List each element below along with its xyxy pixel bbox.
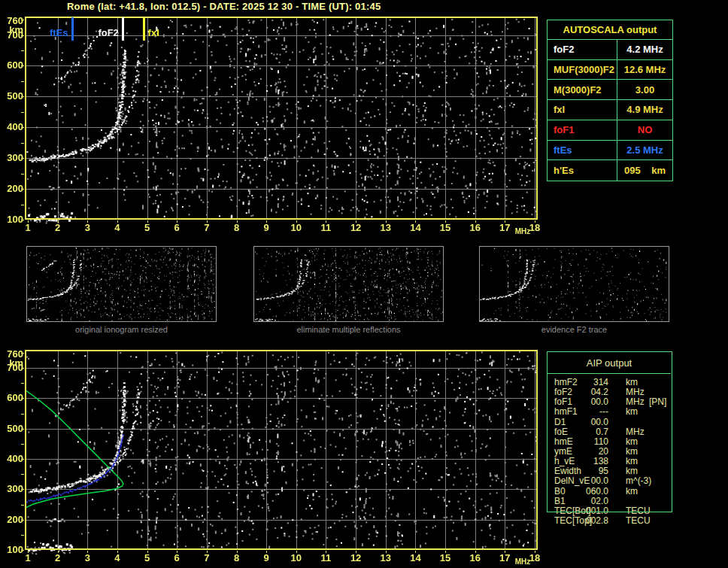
table-row: D100.0 — [554, 418, 669, 427]
y-tick-label: 500 — [2, 91, 23, 102]
y-tick-label: 700 — [2, 363, 23, 373]
x-tick-label: 15 — [435, 553, 455, 563]
thumbnail-caption: evidence F2 trace — [479, 325, 669, 334]
param-label: foF1 — [554, 397, 572, 407]
param-unit: MHz — [626, 427, 645, 437]
param-label: D1 — [554, 418, 566, 427]
y-tick-label: 500 — [2, 424, 23, 434]
param-label: ftEs — [548, 141, 617, 160]
y-tick-label: 400 — [2, 122, 23, 132]
param-label: ymE — [554, 447, 572, 457]
thumbnail-multiple-reflections-removed — [253, 246, 444, 322]
station-title: Rome (lat: +41.8, lon: 012.5) - DATE: 20… — [67, 1, 381, 12]
x-tick-label: 4 — [108, 223, 127, 233]
x-tick-label: 15 — [435, 223, 455, 233]
thumbnail-original-ionogram — [26, 246, 217, 322]
table-row: TEC[Top]002.8TECU — [554, 516, 669, 526]
x-tick-label: 16 — [466, 553, 485, 563]
x-axis-unit-label: MHz — [514, 557, 532, 567]
x-tick-label: 14 — [405, 553, 425, 563]
x-tick-label: 16 — [466, 223, 485, 233]
marker-fxI-label: fxI — [148, 27, 159, 38]
table-row: foF1 NO — [548, 120, 672, 141]
param-value: 095 km — [617, 160, 672, 181]
table-row: hmF1---km — [554, 407, 669, 417]
param-value: 12.6 MHz — [617, 60, 672, 80]
param-unit: TECU — [626, 516, 651, 526]
x-tick-label: 9 — [256, 223, 276, 233]
aip-table-header: AIP output — [548, 352, 671, 374]
table-row: B102.0 — [554, 497, 669, 506]
marker-foF2-line — [122, 17, 124, 41]
param-label: fxI — [548, 100, 617, 120]
thumbnail-f2-trace-evidence — [479, 246, 669, 322]
x-tick-label: 8 — [227, 223, 247, 233]
x-tick-label: 13 — [376, 223, 396, 233]
param-unit: km — [626, 457, 638, 466]
y-tick-label: 700 — [2, 30, 23, 41]
y-tick-label: 300 — [2, 484, 23, 494]
table-row: hmE110km — [554, 437, 669, 447]
param-value: 00.0 — [574, 397, 608, 407]
param-unit: km — [626, 487, 638, 497]
param-value: 04.2 — [574, 387, 608, 397]
param-value: --- — [574, 407, 608, 417]
x-tick-label: 9 — [256, 553, 276, 563]
table-row: TEC[Bot]001.0TECU — [554, 506, 669, 516]
x-tick-label: 3 — [77, 553, 97, 563]
param-value: NO — [617, 120, 672, 140]
param-unit: km — [626, 466, 638, 476]
thumbnail-caption: eliminate multiple reflections — [253, 325, 444, 334]
x-tick-label: 7 — [197, 223, 217, 233]
x-tick-label: 6 — [167, 553, 187, 563]
x-tick-label: 8 — [227, 553, 247, 563]
marker-foF2-label: foF2 — [93, 27, 119, 38]
param-value: 0.7 — [574, 427, 608, 437]
table-row: fxI 4.9 MHz — [548, 100, 672, 120]
param-value: 001.0 — [574, 506, 608, 516]
marker-ftEs-label: ftEs — [41, 27, 68, 38]
table-row: MUF(3000)F2 12.6 MHz — [548, 60, 672, 80]
x-tick-label: 3 — [77, 223, 97, 233]
param-value: 110 — [574, 437, 608, 447]
table-row: h'Es 095 km — [548, 160, 672, 181]
table-row: M(3000)F2 3.00 — [548, 80, 672, 100]
param-unit: MHz — [626, 397, 645, 407]
x-tick-label: 14 — [405, 223, 425, 233]
param-value: 00.0 — [574, 418, 608, 427]
param-value: 4.2 MHz — [617, 40, 672, 59]
param-value: 060.0 — [574, 487, 608, 497]
param-value: 2.5 MHz — [617, 141, 672, 160]
table-row: foE0.7MHz — [554, 427, 669, 437]
x-tick-label: 11 — [316, 553, 335, 563]
x-tick-label: 10 — [287, 223, 306, 233]
autoscala-screen: Rome (lat: +41.8, lon: 012.5) - DATE: 20… — [0, 0, 728, 568]
y-tick-label: 200 — [2, 184, 23, 194]
x-tick-label: 17 — [495, 223, 514, 233]
y-tick-label: 100 — [2, 214, 23, 225]
param-value: 3.00 — [617, 80, 672, 99]
x-tick-label: 10 — [287, 553, 306, 563]
x-tick-label: 6 — [167, 223, 187, 233]
x-tick-label: 5 — [138, 553, 157, 563]
param-unit: km — [626, 447, 638, 457]
param-label: M(3000)F2 — [548, 80, 617, 99]
x-tick-label: 12 — [346, 223, 366, 233]
x-tick-label: 2 — [48, 223, 68, 233]
x-tick-label: 4 — [108, 553, 127, 563]
y-tick-label: 300 — [2, 153, 23, 163]
param-value: 20 — [574, 447, 608, 457]
x-tick-label: 12 — [346, 553, 366, 563]
param-unit: MHz — [626, 387, 645, 397]
param-value: 314 — [574, 378, 608, 387]
param-unit: km — [626, 378, 638, 387]
param-value: 00.0 — [574, 476, 608, 486]
autoscala-table-header: AUTOSCALA output — [548, 20, 672, 40]
param-label: B0 — [554, 487, 566, 497]
param-label: foF2 — [554, 387, 572, 397]
x-axis-unit-label: MHz — [514, 226, 532, 237]
thumbnail-caption: original ionogram resized — [26, 325, 217, 334]
aip-output-table: hmF2314km foF204.2MHz foF100.0MHz[PN] hm… — [554, 378, 669, 526]
param-unit: TECU — [626, 506, 651, 516]
table-row: foF2 4.2 MHz — [548, 40, 672, 60]
